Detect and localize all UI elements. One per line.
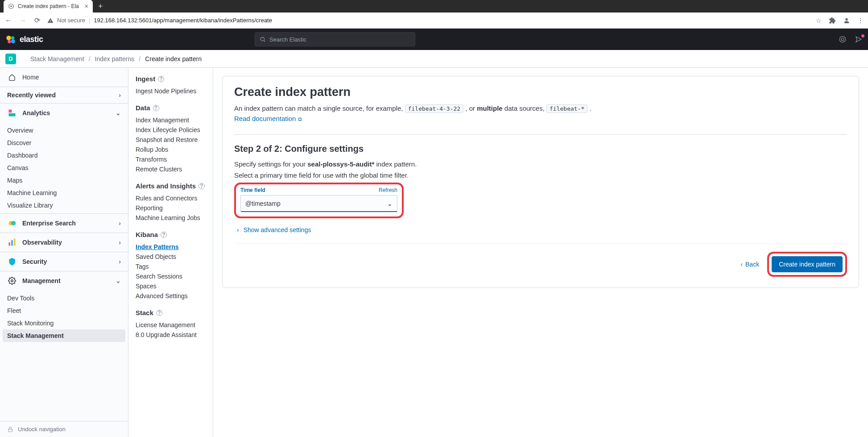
nav-canvas[interactable]: Canvas (0, 162, 128, 174)
mgmt-index-management[interactable]: Index Management (136, 115, 206, 125)
tab-close-icon[interactable]: × (85, 3, 88, 10)
help-icon[interactable] (839, 35, 847, 43)
space-selector[interactable]: D (5, 54, 16, 64)
mgmt-ilm[interactable]: Index Lifecycle Policies (136, 125, 206, 135)
nav-dashboard[interactable]: Dashboard (0, 149, 128, 162)
nav-enterprise-search[interactable]: Enterprise Search › (0, 213, 128, 233)
nav-dev-tools[interactable]: Dev Tools (0, 292, 128, 304)
reload-icon[interactable]: ⟳ (33, 16, 41, 25)
chevron-right-icon: › (237, 226, 239, 233)
help-icon[interactable]: ? (156, 310, 162, 316)
svg-point-1 (10, 5, 12, 7)
mgmt-license[interactable]: License Management (136, 320, 206, 330)
mgmt-tags[interactable]: Tags (136, 262, 206, 271)
undock-nav[interactable]: Undock navigation (0, 421, 128, 437)
nav-sec-label: Security (22, 258, 47, 265)
page-title: Create index pattern (234, 85, 847, 99)
mgmt-advanced-settings[interactable]: Advanced Settings (136, 291, 206, 301)
show-advanced-toggle[interactable]: › Show advanced settings (234, 226, 847, 233)
create-button-highlight: Create index pattern (767, 252, 847, 277)
chevron-right-icon: › (119, 239, 121, 246)
elastic-logo[interactable]: elastic (5, 34, 43, 45)
create-index-pattern-button[interactable]: Create index pattern (772, 256, 843, 272)
elastic-logo-icon (5, 34, 16, 45)
time-field-select[interactable]: @timestamp ⌄ (240, 195, 397, 212)
nav-observability[interactable]: Observability › (0, 233, 128, 252)
insecure-icon (47, 17, 54, 24)
undock-label: Undock navigation (18, 426, 66, 433)
analytics-icon (7, 108, 17, 118)
svg-point-16 (11, 280, 13, 282)
forward-icon[interactable]: → (19, 17, 27, 25)
help-icon[interactable]: ? (158, 76, 164, 82)
menu-icon[interactable]: ⋮ (857, 17, 864, 24)
mgmt-rollup[interactable]: Rollup Jobs (136, 145, 206, 154)
mgmt-snapshot[interactable]: Snapshot and Restore (136, 135, 206, 145)
help-icon[interactable]: ? (161, 232, 167, 238)
mgmt-search-sessions[interactable]: Search Sessions (136, 271, 206, 281)
observability-icon (7, 237, 17, 247)
nav-visualize[interactable]: Visualize Library (0, 199, 128, 212)
nav-discover[interactable]: Discover (0, 137, 128, 149)
tab-add-icon[interactable]: + (98, 2, 103, 11)
home-icon (7, 72, 17, 82)
create-index-panel: Create index pattern An index pattern ca… (222, 76, 859, 288)
nav-security[interactable]: Security › (0, 252, 128, 271)
nav-overview[interactable]: Overview (0, 124, 128, 137)
mgmt-reporting[interactable]: Reporting (136, 203, 206, 213)
nav-ml[interactable]: Machine Learning (0, 187, 128, 199)
intro-text: An index pattern can match a single sour… (234, 104, 847, 114)
nav-fleet[interactable]: Fleet (0, 304, 128, 317)
newsfeed-icon[interactable] (855, 35, 863, 43)
notification-dot-icon (861, 34, 864, 37)
mgmt-index-patterns[interactable]: Index Patterns (136, 242, 206, 252)
mgmt-ml-jobs[interactable]: Machine Learning Jobs (136, 213, 206, 223)
mgmt-upgrade[interactable]: 8.0 Upgrade Assistant (136, 330, 206, 340)
code-example-2: filebeat-* (546, 104, 587, 113)
url-text: 192.168.164.132:5601/app/management/kiba… (94, 17, 272, 24)
breadcrumb-stack-mgmt[interactable]: Stack Management (30, 55, 84, 62)
mgmt-heading-ingest: Ingest? (136, 75, 206, 83)
extensions-icon[interactable] (829, 17, 836, 24)
help-icon[interactable]: ? (153, 105, 159, 111)
doc-link[interactable]: Read documentation ⧉ (234, 115, 302, 122)
mgmt-heading-data: Data? (136, 104, 206, 112)
time-field-highlight: Time field Refresh @timestamp ⌄ (234, 183, 404, 218)
nav-stack-monitoring[interactable]: Stack Monitoring (0, 317, 128, 329)
breadcrumb-index-patterns[interactable]: Index patterns (95, 55, 135, 62)
star-icon[interactable]: ☆ (816, 17, 822, 24)
mgmt-transforms[interactable]: Transforms (136, 154, 206, 164)
mgmt-ingest-pipelines[interactable]: Ingest Node Pipelines (136, 86, 206, 96)
mgmt-remote-clusters[interactable]: Remote Clusters (136, 164, 206, 174)
nav-stack-management[interactable]: Stack Management (3, 329, 125, 342)
help-icon[interactable]: ? (198, 183, 205, 189)
nav-maps[interactable]: Maps (0, 174, 128, 187)
svg-rect-17 (8, 429, 12, 432)
mgmt-heading-kibana: Kibana? (136, 231, 206, 238)
nav-management[interactable]: Management ⌄ (0, 271, 128, 290)
nav-recently-viewed[interactable]: Recently viewed › (0, 87, 128, 104)
security-icon (7, 257, 17, 266)
nav-obs-label: Observability (22, 239, 62, 246)
mgmt-rules[interactable]: Rules and Connectors (136, 193, 206, 203)
back-label: Back (745, 261, 759, 268)
address-field[interactable]: Not secure | 192.168.164.132:5601/app/ma… (47, 17, 810, 24)
svg-point-9 (839, 36, 846, 42)
refresh-link[interactable]: Refresh (379, 187, 397, 193)
management-nav: Ingest? Ingest Node Pipelines Data? Inde… (128, 68, 213, 437)
chevron-down-icon: ⌄ (116, 109, 121, 117)
nav-recently-label: Recently viewed (7, 92, 56, 99)
security-label: Not secure (57, 17, 85, 24)
nav-home[interactable]: Home (0, 68, 128, 87)
browser-tab[interactable]: Create index pattern - Ela × (4, 0, 93, 12)
mgmt-saved-objects[interactable]: Saved Objects (136, 252, 206, 262)
mgmt-spaces[interactable]: Spaces (136, 281, 206, 291)
svg-point-4 (11, 36, 15, 40)
nav-analytics[interactable]: Analytics ⌄ (0, 104, 128, 122)
svg-point-2 (845, 18, 847, 20)
profile-icon[interactable] (843, 17, 850, 24)
global-search[interactable]: Search Elastic (255, 32, 415, 46)
back-icon[interactable]: ← (4, 17, 12, 25)
back-button[interactable]: ‹ Back (740, 261, 759, 268)
wizard-footer: ‹ Back Create index pattern (234, 252, 847, 277)
